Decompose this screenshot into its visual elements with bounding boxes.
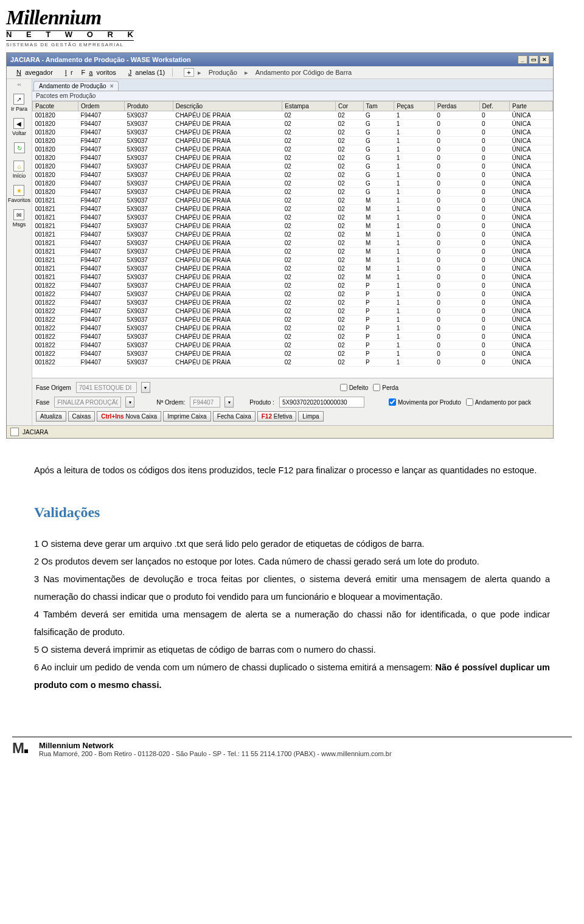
table-row[interactable]: 001821F944075X9037CHAPÉU DE PRAIA0202M10… [33, 265, 553, 273]
col-header[interactable]: Tam [363, 102, 394, 111]
table-row[interactable]: 001820F944075X9037CHAPÉU DE PRAIA0202G10… [33, 111, 553, 120]
col-header[interactable]: Ordem [78, 102, 124, 111]
tab-close-icon[interactable]: × [110, 83, 114, 89]
tab-strip: Andamento de Produção × [32, 79, 553, 91]
fase-origem-dropdown[interactable]: ▾ [141, 382, 150, 393]
table-row[interactable]: 001822F944075X9037CHAPÉU DE PRAIA0202P10… [33, 299, 553, 307]
menu-janelas[interactable]: Janelas (1) [121, 68, 169, 77]
sidebar-inicio[interactable]: ⌂ Início [13, 161, 26, 179]
imprime-button[interactable]: Imprime Caixa [163, 411, 210, 422]
ordem-dropdown[interactable]: ▾ [224, 397, 234, 408]
fase-dropdown[interactable]: ▾ [125, 397, 134, 408]
section-title: Pacotes em Produção [32, 91, 553, 101]
table-row[interactable]: 001820F944075X9037CHAPÉU DE PRAIA0202G10… [33, 171, 553, 179]
table-row[interactable]: 001821F944075X9037CHAPÉU DE PRAIA0202M10… [33, 205, 553, 214]
table-row[interactable]: 001821F944075X9037CHAPÉU DE PRAIA0202M10… [33, 273, 553, 282]
col-header[interactable]: Parte [510, 102, 553, 111]
table-row[interactable]: 001821F944075X9037CHAPÉU DE PRAIA0202M10… [33, 222, 553, 231]
menu-favoritos[interactable]: Favoritos [78, 68, 120, 77]
fase-origem-input[interactable] [76, 382, 137, 393]
col-header[interactable]: Estampa [282, 102, 336, 111]
caixas-button[interactable]: Caixas [68, 411, 96, 422]
sidebar-irpara[interactable]: ↗ Ir Para [11, 94, 27, 112]
table-row[interactable]: 001822F944075X9037CHAPÉU DE PRAIA0202P10… [33, 290, 553, 299]
action-bar: Atualiza Caixas Ctrl+Ins Nova Caixa Impr… [36, 411, 549, 422]
fase-origem-label: Fase Origem [36, 384, 71, 391]
menu-navegador[interactable]: Navegador [9, 68, 57, 77]
footer-logo-icon: M [12, 742, 32, 757]
table-row[interactable]: 001822F944075X9037CHAPÉU DE PRAIA0202P10… [33, 341, 553, 350]
table-row[interactable]: 001820F944075X9037CHAPÉU DE PRAIA0202G10… [33, 162, 553, 171]
andamento-pack-checkbox[interactable]: Andamento por pack [466, 398, 531, 406]
sidebar-msgs[interactable]: ✉ Msgs [13, 209, 26, 228]
defeito-checkbox[interactable]: Defeito [340, 384, 369, 391]
mail-icon: ✉ [13, 209, 24, 220]
col-header[interactable]: Def. [479, 102, 510, 111]
breadcrumb-andamento[interactable]: Andamento por Código de Barra [252, 68, 355, 77]
limpa-button[interactable]: Limpa [298, 411, 323, 422]
doc-p3: 2 Os produtos devem ser lançados no esto… [34, 553, 550, 571]
table-row[interactable]: 001822F944075X9037CHAPÉU DE PRAIA0202P10… [33, 333, 553, 341]
ordem-input[interactable] [190, 397, 220, 408]
table-row[interactable]: 001822F944075X9037CHAPÉU DE PRAIA0202P10… [33, 350, 553, 358]
breadcrumb-producao[interactable]: Produção [205, 68, 241, 77]
table-row[interactable]: 001820F944075X9037CHAPÉU DE PRAIA0202G10… [33, 128, 553, 137]
status-user: JACIARA [23, 429, 48, 436]
doc-p2: 1 O sistema deve gerar um arquivo .txt q… [34, 535, 550, 553]
table-row[interactable]: 001820F944075X9037CHAPÉU DE PRAIA0202G10… [33, 154, 553, 162]
fecha-button[interactable]: Fecha Caixa [213, 411, 255, 422]
ordem-label: Nª Ordem: [156, 399, 185, 406]
sidebar: ‹‹ ↗ Ir Para ◀ Voltar ↻ ⌂ Início ★ [7, 79, 32, 425]
table-row[interactable]: 001822F944075X9037CHAPÉU DE PRAIA0202P10… [33, 282, 553, 290]
col-header[interactable]: Pacote [33, 102, 78, 111]
doc-p7: 6 Ao incluir um pedido de venda com um n… [34, 659, 550, 694]
col-header[interactable]: Perdas [434, 102, 479, 111]
home-icon: ⌂ [13, 161, 24, 172]
company-logo: Millennium N E T W O R K SISTEMAS DE GES… [0, 0, 584, 47]
col-header[interactable]: Cor [336, 102, 364, 111]
footer-brand: Millennium Network [39, 741, 392, 750]
minimize-button[interactable]: _ [518, 55, 527, 64]
back-icon: ◀ [13, 118, 24, 129]
logo-main: Millennium [6, 6, 584, 29]
table-row[interactable]: 001820F944075X9037CHAPÉU DE PRAIA0202G10… [33, 179, 553, 188]
table-row[interactable]: 001821F944075X9037CHAPÉU DE PRAIA0202M10… [33, 231, 553, 239]
table-row[interactable]: 001821F944075X9037CHAPÉU DE PRAIA0202M10… [33, 196, 553, 205]
table-row[interactable]: 001822F944075X9037CHAPÉU DE PRAIA0202P10… [33, 358, 553, 367]
col-header[interactable]: Peças [394, 102, 435, 111]
table-row[interactable]: 001820F944075X9037CHAPÉU DE PRAIA0202G10… [33, 145, 553, 154]
footer: M Millennium Network Rua Mamoré, 200 - B… [12, 737, 572, 757]
table-row[interactable]: 001822F944075X9037CHAPÉU DE PRAIA0202P10… [33, 316, 553, 324]
table-row[interactable]: 001820F944075X9037CHAPÉU DE PRAIA0202G10… [33, 137, 553, 145]
produto-input[interactable] [279, 397, 364, 408]
sidebar-refresh[interactable]: ↻ [14, 142, 25, 155]
table-row[interactable]: 001822F944075X9037CHAPÉU DE PRAIA0202P10… [33, 324, 553, 333]
table-row[interactable]: 001821F944075X9037CHAPÉU DE PRAIA0202M10… [33, 256, 553, 265]
efetiva-button[interactable]: F12 Efetiva [257, 411, 297, 422]
atualiza-button[interactable]: Atualiza [36, 411, 66, 422]
sidebar-collapse-icon[interactable]: ‹‹ [15, 82, 24, 88]
col-header[interactable]: Produto [124, 102, 173, 111]
col-header[interactable]: Descrição [173, 102, 282, 111]
table-row[interactable]: 001820F944075X9037CHAPÉU DE PRAIA0202G10… [33, 120, 553, 128]
movimenta-checkbox[interactable]: Movimenta por Produto [389, 398, 461, 406]
table-row[interactable]: 001820F944075X9037CHAPÉU DE PRAIA0202G10… [33, 188, 553, 196]
novacaixa-button[interactable]: Ctrl+Ins Nova Caixa [97, 411, 161, 422]
pacotes-grid[interactable]: PacoteOrdemProdutoDescriçãoEstampaCorTam… [32, 101, 553, 367]
status-bar: JACIARA [7, 425, 553, 438]
form-area: Fase Origem ▾ Defeito Perda Fase ▾ Nª Or… [32, 378, 553, 425]
fase-input[interactable] [54, 397, 121, 408]
table-row[interactable]: 001821F944075X9037CHAPÉU DE PRAIA0202M10… [33, 248, 553, 256]
perda-checkbox[interactable]: Perda [373, 384, 398, 391]
main-area: Andamento de Produção × Pacotes em Produ… [32, 79, 553, 425]
table-row[interactable]: 001821F944075X9037CHAPÉU DE PRAIA0202M10… [33, 214, 553, 222]
close-button[interactable]: ✕ [540, 55, 549, 64]
menu-ir[interactable]: Ir [58, 68, 77, 77]
tab-andamento[interactable]: Andamento de Produção × [33, 81, 119, 91]
sidebar-favoritos[interactable]: ★ Favoritos [8, 185, 30, 203]
table-row[interactable]: 001821F944075X9037CHAPÉU DE PRAIA0202M10… [33, 239, 553, 248]
table-row[interactable]: 001822F944075X9037CHAPÉU DE PRAIA0202P10… [33, 307, 553, 316]
maximize-button[interactable]: ▭ [529, 55, 538, 64]
menu-add-button[interactable]: + [184, 68, 193, 77]
sidebar-voltar[interactable]: ◀ Voltar [12, 118, 26, 136]
